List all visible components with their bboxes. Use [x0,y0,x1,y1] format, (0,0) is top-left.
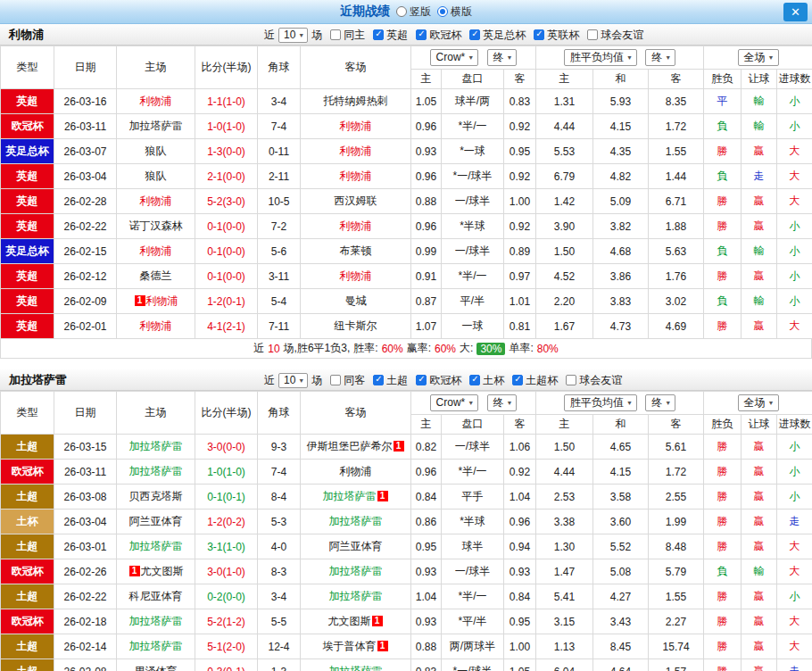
avg-select[interactable]: 胜平负均值▼ [564,394,637,411]
odds-home-cell: 0.88 [411,634,442,659]
odds-handicap-cell: *一球 [442,139,504,164]
checkbox-icon[interactable] [469,375,480,385]
avg-final-value: 终 [651,50,662,65]
radio-unchecked-icon[interactable] [396,6,407,17]
odds-handicap-cell: *半球 [442,509,504,534]
league-type-badge: 英超 [1,89,54,114]
odds-handicap-cell: 平/半 [442,289,504,314]
away-team-cell: 加拉塔萨雷 [301,559,411,584]
avg-final-select[interactable]: 终▼ [645,394,675,411]
score-cell: 3-0(1-0) [195,559,258,584]
checkbox-icon[interactable] [512,375,523,385]
match-count-select[interactable]: 10▼ [278,373,308,388]
league-filter[interactable]: 同主 [330,28,365,43]
match-date: 26-03-04 [54,164,117,189]
match-row: 英超26-02-12桑德兰0-1(0-0)3-11利物浦0.91*半/一0.97… [1,264,812,289]
result-handicap-cell: 贏 [742,609,777,634]
avg-away-cell: 4.69 [649,314,704,339]
odds-handicap-cell: 一/球半 [442,189,504,214]
odds-home-cell: 0.96 [411,214,442,239]
checkbox-icon[interactable] [534,29,544,40]
avg-select[interactable]: 胜平负均值▼ [564,49,637,66]
home-team-cell: 贝西克塔斯 [117,485,195,509]
result-goals-cell: 小 [777,460,812,485]
close-button[interactable]: ✕ [783,3,808,21]
result-handicap-cell: 贏 [742,460,777,485]
avg-draw-cell: 3.86 [593,264,649,289]
result-wdl-cell: 勝 [704,534,742,559]
odds-final-select[interactable]: 终▼ [487,49,518,66]
avg-home-cell: 1.31 [536,89,593,114]
radio-checked-icon[interactable] [437,6,448,17]
league-filter[interactable]: 英足总杯 [469,28,526,43]
checkbox-icon[interactable] [416,375,427,385]
odds-company-value: Crow* [436,51,466,63]
col-header-away: 客场 [301,46,411,89]
checkbox-icon[interactable] [373,375,384,385]
score-cell: 0-1(0-0) [195,239,258,264]
team-name-text: 利物浦 [140,319,172,332]
checkbox-icon[interactable] [330,375,341,385]
col-header-score: 比分(半场) [195,46,258,89]
layout-horizontal-option[interactable]: 横版 [437,4,472,20]
checkbox-icon[interactable] [330,29,341,40]
league-filter[interactable]: 欧冠杯 [416,28,461,43]
col-header-odds-handicap: 盘口 [442,415,504,435]
avg-away-cell: 1.88 [649,214,704,239]
league-filter[interactable]: 英联杯 [534,28,579,43]
avg-away-cell: 1.55 [649,584,704,609]
checkbox-icon[interactable] [566,375,576,385]
odds-final-select[interactable]: 终▼ [487,394,518,411]
chevron-down-icon: ▼ [768,400,775,406]
avg-draw-cell: 5.93 [593,89,649,114]
filter-label: 土杯 [483,373,504,388]
fulltime-select[interactable]: 全场▼ [738,394,779,411]
checkbox-icon[interactable] [416,29,427,40]
match-row: 英超26-02-28利物浦5-2(3-0)10-5西汉姆联0.88一/球半1.0… [1,189,812,214]
match-count-select[interactable]: 10▼ [278,28,308,43]
result-handicap-cell: 贏 [742,485,777,509]
odds-handicap-cell: 平手 [442,485,504,509]
fulltime-value: 全场 [744,50,766,65]
league-filter[interactable]: 英超 [373,28,408,43]
result-wdl-cell: 勝 [704,584,742,609]
league-filter[interactable]: 土杯 [469,373,504,388]
avg-draw-cell: 4.35 [593,139,649,164]
result-handicap-cell: 贏 [742,314,777,339]
team-title: 加拉塔萨雷 [9,372,67,388]
checkbox-icon[interactable] [469,29,480,40]
league-filter[interactable]: 球会友谊 [566,373,622,388]
col-header-corner: 角球 [258,46,301,89]
fulltime-select[interactable]: 全场▼ [738,49,779,66]
odds-company-select[interactable]: Crow*▼ [430,49,479,66]
checkbox-icon[interactable] [587,29,598,40]
home-team-cell: 1利物浦 [117,289,195,314]
match-row: 欧冠杯26-02-261尤文图斯3-0(1-0)8-3加拉塔萨雷0.93一/球半… [1,559,812,584]
odds-away-cell: 1.06 [504,435,536,460]
league-filter[interactable]: 欧冠杯 [416,373,461,388]
odds-handicap-cell: *平/半 [442,609,504,634]
home-team-cell: 加拉塔萨雷 [117,634,195,659]
league-filter[interactable]: 球会友谊 [587,28,643,43]
avg-final-select[interactable]: 终▼ [645,49,675,66]
match-row: 土超26-02-08里泽体育0-3(0-1)1-3加拉塔萨雷0.83*一/球半1… [1,659,812,671]
away-team-cell: 加拉塔萨雷 [301,659,411,671]
odds-handicap-cell: *半/一 [442,114,504,139]
league-filter[interactable]: 土超杯 [512,373,558,388]
league-filter[interactable]: 土超 [373,373,408,388]
league-filter[interactable]: 同客 [330,373,365,388]
odds-company-select[interactable]: Crow*▼ [430,394,479,411]
home-team-cell: 利物浦 [117,314,195,339]
checkbox-icon[interactable] [373,29,384,40]
layout-vertical-option[interactable]: 竖版 [396,4,431,20]
avg-draw-cell: 8.45 [593,634,649,659]
result-wdl-cell: 勝 [704,609,742,634]
match-row: 英足总杯26-02-15利物浦0-1(0-0)5-6布莱顿0.99一/球半0.8… [1,239,812,264]
col-header-result-goals: 进球数 [777,70,812,89]
league-type-badge: 欧冠杯 [1,460,54,485]
avg-draw-cell: 4.27 [593,584,649,609]
league-type-badge: 土超 [1,534,54,559]
odds-home-cell: 0.82 [411,435,442,460]
odds-group-header: Crow*▼ 终▼ [411,46,536,70]
result-wdl-cell: 勝 [704,659,742,671]
